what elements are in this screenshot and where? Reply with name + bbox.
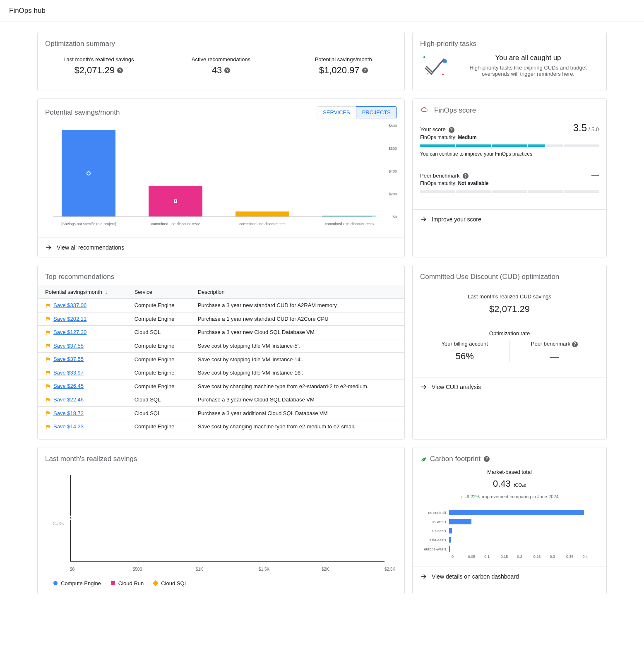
chart-bar[interactable]: [149, 186, 202, 216]
chart2-category: CUDs: [53, 521, 64, 526]
card-title: FinOps score: [434, 106, 476, 115]
chart-tick: $0: [70, 567, 74, 572]
savings-link[interactable]: Save $14.23: [53, 423, 84, 430]
savings-link[interactable]: Save $337.06: [53, 302, 87, 308]
footer-label: View CUD analysis: [432, 384, 481, 390]
optimization-summary-card: Optimization summary Last month's realiz…: [37, 32, 405, 91]
help-icon[interactable]: ?: [484, 456, 490, 462]
chart-bar[interactable]: [322, 216, 376, 216]
svg-point-1: [427, 73, 428, 74]
carbon-bar[interactable]: [449, 510, 584, 515]
description-cell: Save cost by stopping Idle VM 'instance-…: [190, 353, 404, 366]
sort-arrow-down-icon: ↓: [105, 288, 108, 295]
help-icon[interactable]: ?: [362, 67, 368, 73]
improve-score-link[interactable]: Improve your score: [413, 209, 606, 229]
table-row: Save $26.45 Compute Engine Save cost by …: [38, 380, 404, 393]
chart-bar[interactable]: [62, 130, 115, 216]
help-icon[interactable]: ?: [224, 67, 230, 73]
hp-subtitle: High-priority tasks like expiring CUDs a…: [457, 65, 599, 77]
savings-link[interactable]: Save $37.55: [53, 343, 84, 349]
service-cell: Cloud SQL: [127, 393, 190, 406]
savings-link[interactable]: Save $33.97: [53, 370, 84, 376]
col-savings[interactable]: Potential savings/month↓: [38, 285, 127, 299]
your-billing-value: 56%: [424, 351, 505, 362]
carbon-region-label: us-west1: [420, 520, 449, 524]
your-billing-label: Your billing account: [424, 341, 505, 347]
legend-item: Cloud Run: [111, 580, 144, 586]
chart-tick: 0.3: [550, 555, 566, 559]
table-row: Save $18.72 Cloud SQL Purchase a 3 year …: [38, 406, 404, 420]
service-cell: Cloud SQL: [127, 406, 190, 420]
arrow-right-icon: [420, 573, 428, 580]
summary-value: 43 ?: [212, 65, 230, 76]
top-recommendations-card: Top recommendations Potential savings/mo…: [37, 265, 405, 440]
carbon-region-label: europe-west1: [420, 547, 449, 551]
carbon-delta-text: improvement comparing to June 2024: [482, 494, 559, 499]
chart-category: committed use discount test: [225, 222, 300, 226]
table-row: Save $127.30 Cloud SQL Purchase a 3 year…: [38, 326, 404, 339]
maturity-value: Medium: [458, 135, 476, 140]
projects-toggle-button[interactable]: PROJECTS: [356, 106, 397, 118]
savings-link[interactable]: Save $22.46: [53, 396, 84, 403]
view-all-recommendations-link[interactable]: View all recommendations: [38, 238, 404, 257]
services-toggle-button[interactable]: SERVICES: [317, 106, 356, 118]
cud-savings-value: $2,071.29: [420, 304, 599, 315]
view-carbon-dashboard-link[interactable]: View details on carbon dashboard: [413, 567, 606, 586]
carbon-bar[interactable]: [449, 546, 450, 552]
carbon-bar[interactable]: [449, 537, 451, 543]
carbon-bar-row: europe-west1: [420, 545, 599, 553]
flag-icon: [45, 343, 51, 349]
finops-hint: You can continue to improve your FinOps …: [420, 151, 599, 157]
savings-link[interactable]: Save $18.72: [53, 410, 84, 416]
flag-icon: [45, 316, 51, 322]
col-service[interactable]: Service: [127, 285, 190, 299]
service-cell: Compute Engine: [127, 353, 190, 366]
summary-item: Active recommendations 43 ?: [160, 56, 283, 76]
square-marker-icon: [174, 199, 177, 203]
service-cell: Compute Engine: [127, 380, 190, 393]
description-cell: Purchase a 1 year new standard CUD for A…: [190, 312, 404, 326]
carbon-delta-pct: -9.22%: [465, 494, 480, 499]
chart-tick: $0: [393, 215, 397, 219]
service-cell: Compute Engine: [127, 420, 190, 433]
savings-link[interactable]: Save $127.30: [53, 329, 87, 335]
opt-rate-label: Optimization rate: [420, 330, 599, 336]
legend-swatch-icon: [153, 580, 159, 586]
chart-tick: 0.4: [583, 555, 599, 559]
potential-savings-chart: $0$200$400$600$800 [Savings not specific…: [45, 126, 397, 229]
potential-savings-card: Potential savings/month SERVICES PROJECT…: [37, 98, 405, 257]
carbon-value: 0.43: [493, 478, 511, 489]
carbon-unit: tCO₂e: [514, 483, 526, 488]
description-cell: Save cost by changing machine type from …: [190, 380, 404, 393]
description-cell: Save cost by changing machine type from …: [190, 420, 404, 433]
chart-tick: $800: [389, 124, 397, 128]
flag-icon: [45, 303, 51, 309]
legend-swatch-icon: [111, 581, 115, 585]
help-icon[interactable]: ?: [117, 67, 123, 73]
carbon-region-label: us-central1: [420, 511, 449, 515]
card-title: Committed Use Discount (CUD) optimizatio…: [413, 265, 606, 281]
chart-tick: $2K: [322, 567, 329, 572]
col-description[interactable]: Description: [190, 285, 404, 299]
savings-link[interactable]: Save $202.11: [53, 316, 87, 322]
peer-benchmark-label: Peer benchmark: [420, 173, 459, 179]
carbon-bar[interactable]: [449, 528, 452, 533]
cud-savings-label: Last month's realized CUD savings: [420, 293, 599, 300]
card-title: High-priority tasks: [413, 32, 606, 48]
finops-score-value: 3.5: [573, 122, 587, 133]
summary-label: Last month's realized savings: [38, 56, 160, 62]
checkmark-illustration-icon: [420, 54, 449, 80]
view-cud-analysis-link[interactable]: View CUD analysis: [413, 377, 606, 396]
carbon-bar[interactable]: [449, 519, 471, 524]
savings-link[interactable]: Save $26.45: [53, 383, 84, 389]
cud-card: Committed Use Discount (CUD) optimizatio…: [412, 265, 607, 440]
chart-bar[interactable]: [235, 211, 289, 216]
chart-tick: 0.35: [566, 555, 583, 559]
arrow-down-icon: ↓: [460, 494, 463, 499]
help-icon[interactable]: ?: [463, 173, 469, 179]
carbon-region-label: asia-east1: [420, 538, 449, 542]
savings-link[interactable]: Save $37.55: [53, 356, 84, 362]
help-icon[interactable]: ?: [449, 127, 454, 133]
help-icon[interactable]: ?: [572, 341, 578, 347]
peer-benchmark-value: —: [514, 351, 595, 362]
